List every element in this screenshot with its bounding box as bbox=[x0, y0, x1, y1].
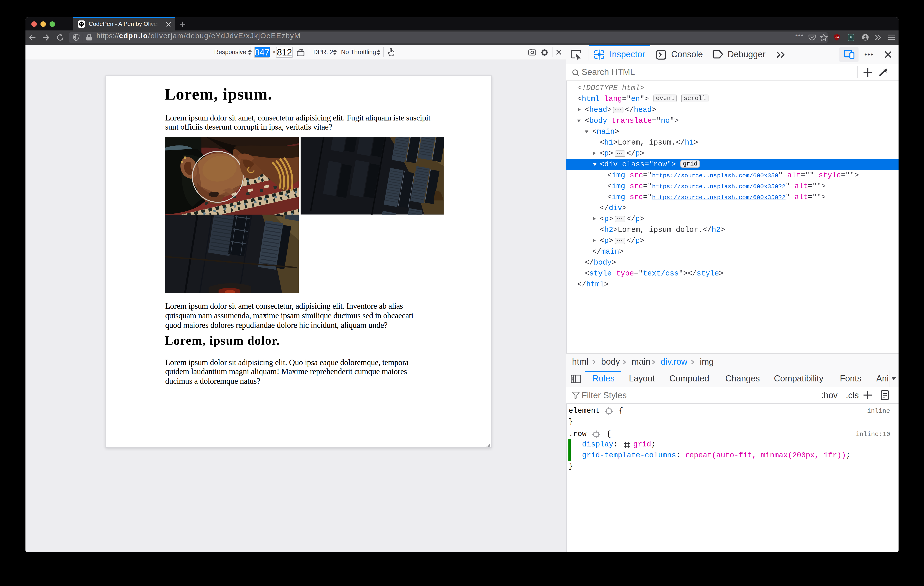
svg-text:uO: uO bbox=[835, 35, 840, 39]
svg-text:S: S bbox=[850, 35, 852, 40]
